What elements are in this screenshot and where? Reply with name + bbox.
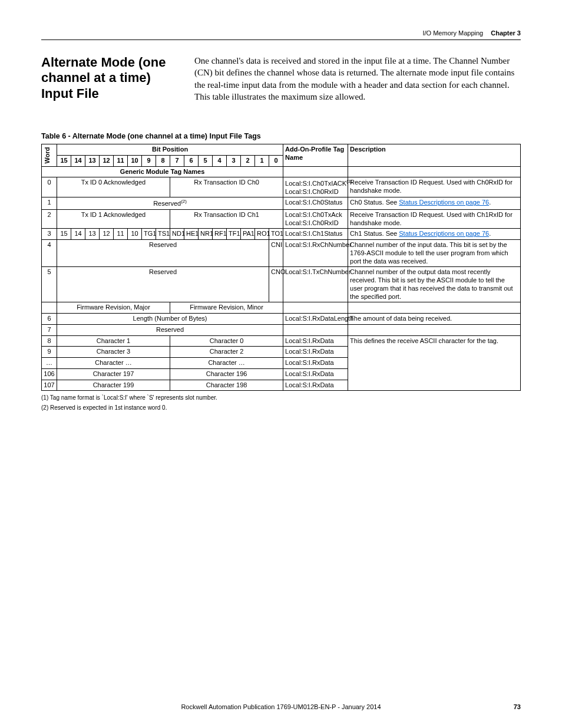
section-heading: Alternate Mode (one channel at a time) I… xyxy=(41,55,183,103)
footnote-2: (2) Reserved is expected in 1st instance… xyxy=(41,404,521,411)
cell: Firmware Revision, Minor xyxy=(170,302,283,314)
cell: Tx ID 1 Acknowledged xyxy=(57,209,170,229)
cell: Reserved xyxy=(57,240,269,267)
table-row: 8 Character 1 Character 0 Local:S:I.RxDa… xyxy=(42,335,521,347)
tag-cell: Local:S:I.RxDataLength xyxy=(283,314,348,325)
publication-id: Rockwell Automation Publication 1769-UM0… xyxy=(181,703,381,710)
word-cell: 9 xyxy=(42,347,57,358)
word-cell: 0 xyxy=(42,177,57,197)
cell: Tx ID 0 Acknowledged xyxy=(57,177,170,197)
breadcrumb: I/O Memory Mapping Chapter 3 xyxy=(41,29,521,40)
table-row: 1 Reserved(2) Local:S:I.Ch0Status Ch0 St… xyxy=(42,197,521,209)
table-row: 5 Reserved CNO Local:S:I.TxChNumber Chan… xyxy=(42,267,521,302)
tag-cell: Local:S:I.Ch0Status xyxy=(283,197,348,209)
desc-cell: The amount of data being received. xyxy=(348,314,521,325)
word-cell: 4 xyxy=(42,240,57,267)
col-bit-position: Bit Position xyxy=(57,144,283,156)
word-cell: 6 xyxy=(42,314,57,325)
table-row: 7 Reserved xyxy=(42,324,521,335)
bit-2: 2 xyxy=(241,155,255,166)
status-link[interactable]: Status Descriptions on page 76 xyxy=(399,199,489,206)
bit-10: 10 xyxy=(128,155,142,166)
cell: TG1 xyxy=(142,229,156,240)
desc-cell: Channel number of the output data most r… xyxy=(348,267,521,302)
tag-cell: Local:S:I.Ch1Status xyxy=(283,229,348,240)
cell: NR1 xyxy=(199,229,213,240)
cell: Reserved xyxy=(57,267,269,302)
cell: Character 198 xyxy=(170,380,283,391)
bit-13: 13 xyxy=(85,155,100,166)
cell: HE1 xyxy=(184,229,199,240)
bit-1: 1 xyxy=(255,155,269,166)
desc-cell: Channel number of the input data. This b… xyxy=(348,240,521,267)
word-cell: 106 xyxy=(42,368,57,380)
tag-cell: Local:S:I.RxData xyxy=(283,368,348,380)
bit-6: 6 xyxy=(184,155,199,166)
cell: TO1 xyxy=(269,229,283,240)
cell: Character 3 xyxy=(57,347,170,358)
cell: Character 199 xyxy=(57,380,170,391)
footnotes: (1) Tag name format is `Local:S:I' where… xyxy=(41,394,521,411)
cell: RO1 xyxy=(255,229,269,240)
breadcrumb-section: I/O Memory Mapping xyxy=(422,29,483,37)
cell: ND1 xyxy=(170,229,184,240)
bit-8: 8 xyxy=(156,155,170,166)
cell: CNI xyxy=(269,240,283,267)
word-cell: 1 xyxy=(42,197,57,209)
word-cell: 107 xyxy=(42,380,57,391)
cell: RF1 xyxy=(213,229,227,240)
breadcrumb-chapter: Chapter 3 xyxy=(491,29,521,37)
footnote-1: (1) Tag name format is `Local:S:I' where… xyxy=(41,394,521,401)
table-caption: Table 6 - Alternate Mode (one channel at… xyxy=(41,132,521,140)
word-cell: … xyxy=(42,358,57,369)
cell: Rx Transaction ID Ch1 xyxy=(170,209,283,229)
desc-cell: Receive Transaction ID Request. Used wit… xyxy=(348,209,521,229)
tag-cell: Local:S:I.RxData xyxy=(283,358,348,369)
cell: 10 xyxy=(128,229,142,240)
desc-cell: Ch1 Status. See Status Descriptions on p… xyxy=(348,229,521,240)
col-description: Description xyxy=(348,144,521,167)
cell: Firmware Revision, Major xyxy=(57,302,170,314)
cell: TF1 xyxy=(227,229,241,240)
tag-cell: Local:S:I.RxChNumber xyxy=(283,240,348,267)
cell: Character … xyxy=(170,358,283,369)
word-cell: 7 xyxy=(42,324,57,335)
cell: Length (Number of Bytes) xyxy=(57,314,283,325)
cell: Reserved xyxy=(57,324,283,335)
bit-9: 9 xyxy=(142,155,156,166)
cell: 14 xyxy=(71,229,85,240)
cell: Character 2 xyxy=(170,347,283,358)
cell: PA1 xyxy=(241,229,255,240)
table-row: 0 Tx ID 0 Acknowledged Rx Transaction ID… xyxy=(42,177,521,197)
bit-0: 0 xyxy=(269,155,283,166)
word-cell: 3 xyxy=(42,229,57,240)
word-cell: 8 xyxy=(42,335,57,347)
cell: 12 xyxy=(100,229,114,240)
tag-cell: Local:S:I.Ch0TxIACK(1) Local:S:I.Ch0RxID xyxy=(283,177,348,197)
tag-cell: Local:S:I.RxData xyxy=(283,335,348,347)
cell: CNO xyxy=(269,267,283,302)
cell: Character 197 xyxy=(57,368,170,380)
bit-11: 11 xyxy=(114,155,128,166)
bit-5: 5 xyxy=(199,155,213,166)
cell: 15 xyxy=(57,229,71,240)
generic-module-tag-names: Generic Module Tag Names xyxy=(42,166,283,177)
bit-15: 15 xyxy=(57,155,71,166)
col-addon-tag: Add-On-Profile Tag Name xyxy=(283,144,348,167)
table-row: 4 Reserved CNI Local:S:I.RxChNumber Chan… xyxy=(42,240,521,267)
bit-14: 14 xyxy=(71,155,85,166)
table-row: 6 Length (Number of Bytes) Local:S:I.RxD… xyxy=(42,314,521,325)
table-row: 3 15 14 13 12 11 10 TG1 TS1 ND1 HE1 NR1 … xyxy=(42,229,521,240)
cell: Character 1 xyxy=(57,335,170,347)
tag-cell: Local:S:I.RxData xyxy=(283,380,348,391)
table-row: 2 Tx ID 1 Acknowledged Rx Transaction ID… xyxy=(42,209,521,229)
cell: 11 xyxy=(114,229,128,240)
bit-12: 12 xyxy=(100,155,114,166)
col-word: Word xyxy=(42,144,57,167)
tag-cell: Local:S:I.Ch0TxAckLocal:S:I.Ch0RxID xyxy=(283,209,348,229)
desc-cell: This defines the receive ASCII character… xyxy=(348,335,521,391)
cell: Rx Transaction ID Ch0 xyxy=(170,177,283,197)
cell: Reserved(2) xyxy=(57,197,283,209)
intro-paragraph: One channel's data is received and store… xyxy=(194,55,521,103)
status-link[interactable]: Status Descriptions on page 76 xyxy=(399,230,489,237)
